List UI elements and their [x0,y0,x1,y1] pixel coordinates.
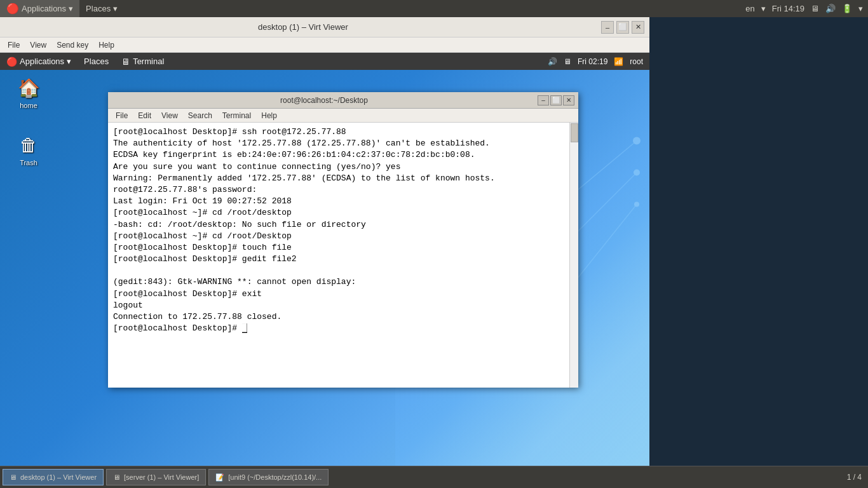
host-taskbar-icon-1: 🖥 [10,473,17,481]
terminal-maximize-button[interactable]: ⬜ [550,95,562,105]
host-screen-icon[interactable]: 🖥 [811,4,819,13]
host-lang[interactable]: en [745,4,754,13]
guest-screen-icon[interactable]: 🖥 [564,57,571,66]
host-topbar-right: en ▾ Fri 14:19 🖥 🔊 🔋 ▾ [745,4,868,13]
terminal-line-6: root@172.25.77.88's password: [113,184,573,196]
guest-topbar: 🔴 Applications ▾ Places 🖥 Terminal 🔊 🖥 F… [0,53,649,70]
guest-applications-arrow: ▾ [67,57,71,66]
guest-applications-menu[interactable]: 🔴 Applications ▾ [0,53,78,70]
host-applications-label: Applications [22,4,66,13]
home-icon-label: home [20,102,37,109]
virt-viewer-window: desktop (1) – Virt Viewer – ⬜ ✕ File Vie… [0,17,649,488]
guest-volume-icon[interactable]: 🔊 [548,57,557,66]
host-taskbar-label-1: desktop (1) – Virt Viewer [20,473,97,481]
virt-menubar: File View Send key Help [0,37,649,53]
terminal-line-8: [root@localhost ~]# cd /root/desktop [113,207,573,219]
host-taskbar-label-2: [server (1) – Virt Viewer] [124,473,199,481]
svg-point-5 [634,202,639,207]
host-places-menu[interactable]: Places ▾ [79,0,124,17]
terminal-menu-help[interactable]: Help [256,110,282,121]
guest-topbar-right: 🔊 🖥 Fri 02:19 📶 root [548,57,649,66]
virt-menu-sendkey[interactable]: Send key [51,39,93,51]
virt-minimize-button[interactable]: – [601,21,614,34]
host-topbar: 🔴 Applications ▾ Places ▾ en ▾ Fri 14:19… [0,0,868,17]
terminal-line-5: Warning: Permanently added '172.25.77.88… [113,173,573,184]
terminal-line-13 [113,265,573,276]
terminal-minimize-button[interactable]: – [538,95,549,105]
terminal-close-button[interactable]: ✕ [563,95,574,105]
terminal-line-4: Are you sure you want to continue connec… [113,161,573,173]
host-applications-menu[interactable]: 🔴 Applications ▾ [0,0,79,17]
terminal-window: root@localhost:~/Desktop – ⬜ ✕ File Edit… [108,92,578,388]
virt-close-button[interactable]: ✕ [632,21,644,34]
terminal-scroll-thumb[interactable] [571,123,578,142]
guest-time: Fri 02:19 [578,57,607,66]
terminal-icon-small: 🖥 [121,57,130,67]
terminal-menubar: File Edit View Search Terminal Help [108,109,578,123]
terminal-window-controls: – ⬜ ✕ [536,95,574,105]
terminal-menu-view[interactable]: View [156,110,183,121]
terminal-line-1: [root@localhost Desktop]# ssh root@172.2… [113,126,573,138]
host-taskbar-item-server[interactable]: 🖥 [server (1) – Virt Viewer] [106,469,206,485]
terminal-menu-edit[interactable]: Edit [133,110,156,121]
host-taskbar: 🖥 desktop (1) – Virt Viewer 🖥 [server (1… [0,466,868,488]
terminal-title: root@localhost:~/Desktop [112,96,536,105]
virt-menu-view[interactable]: View [25,39,51,51]
guest-applications-label: Applications [20,57,64,66]
guest-os: 🔴 Applications ▾ Places 🖥 Terminal 🔊 🖥 F… [0,53,649,488]
virt-menu-help[interactable]: Help [93,39,119,51]
host-right-panel [649,17,868,466]
terminal-scrollbar[interactable] [569,123,578,388]
host-lang-arrow: ▾ [761,4,766,13]
trash-icon-label: Trash [20,159,37,166]
terminal-line-9: -bash: cd: /root/desktop: No such file o… [113,219,573,231]
host-taskbar-right: 1 / 4 [847,473,865,482]
guest-network-icon[interactable]: 📶 [614,57,623,66]
terminal-line-11: [root@localhost Desktop]# touch file [113,242,573,254]
host-time: Fri 14:19 [772,4,804,13]
virt-title: desktop (1) – Virt Viewer [5,22,601,32]
terminal-content[interactable]: [root@localhost Desktop]# ssh root@172.2… [108,123,578,388]
host-places-label: Places [86,4,111,13]
terminal-line-12: [root@localhost Desktop]# gedit file2 [113,254,573,265]
guest-desktop: 🏠 home 🗑 Trash root@localhost:~/Desktop … [0,70,649,466]
terminal-line-10: [root@localhost ~]# cd /root/Desktop [113,231,573,242]
host-page-info: 1 / 4 [847,473,862,482]
host-volume-icon[interactable]: 🔊 [825,4,836,13]
terminal-menu-search[interactable]: Search [183,110,217,121]
terminal-line-14: (gedit:843): Gtk-WARNING **: cannot open… [113,276,573,288]
host-taskbar-icon-2: 🖥 [113,473,120,481]
guest-user: root [630,57,643,66]
guest-places-label: Places [84,57,109,66]
terminal-menu-terminal[interactable]: Terminal [217,110,256,121]
terminal-titlebar: root@localhost:~/Desktop – ⬜ ✕ [108,92,578,109]
guest-places-menu[interactable]: Places [78,53,115,70]
host-taskbar-item-unit9[interactable]: 📝 [unit9 (~/Desktop/zzl(10.14)/... [208,469,329,485]
host-applications-arrow: ▾ [69,4,73,13]
svg-point-3 [633,137,641,145]
svg-point-4 [634,170,640,176]
home-icon: 🏠 [17,76,40,99]
terminal-line-2: The authenticity of host '172.25.77.88 (… [113,138,573,149]
virt-titlebar: desktop (1) – Virt Viewer – ⬜ ✕ [0,17,649,37]
terminal-line-17: Connection to 172.25.77.88 closed. [113,311,573,323]
terminal-line-18: [root@localhost Desktop]# █ [113,323,573,334]
host-taskbar-item-desktop[interactable]: 🖥 desktop (1) – Virt Viewer [3,469,104,485]
guest-terminal-menu[interactable]: 🖥 Terminal [115,53,170,70]
virt-window-controls: – ⬜ ✕ [601,21,644,34]
desktop-icon-trash[interactable]: 🗑 Trash [6,133,51,166]
host-topbar-arrow: ▾ [858,4,863,13]
virt-menu-file[interactable]: File [3,39,25,51]
desktop-icon-home[interactable]: 🏠 home [6,76,51,109]
host-taskbar-label-3: [unit9 (~/Desktop/zzl(10.14)/... [228,473,322,481]
terminal-line-7: Last login: Fri Oct 19 00:27:52 2018 [113,196,573,207]
terminal-line-15: [root@localhost Desktop]# exit [113,288,573,300]
terminal-menu-file[interactable]: File [111,110,133,121]
virt-maximize-button[interactable]: ⬜ [616,21,629,34]
host-battery-icon[interactable]: 🔋 [842,4,852,13]
trash-icon: 🗑 [17,133,40,156]
terminal-line-16: logout [113,300,573,311]
terminal-line-3: ECDSA key fingerprint is eb:24:0e:07:96:… [113,149,573,161]
guest-terminal-label: Terminal [133,57,164,66]
host-taskbar-icon-3: 📝 [215,473,224,482]
